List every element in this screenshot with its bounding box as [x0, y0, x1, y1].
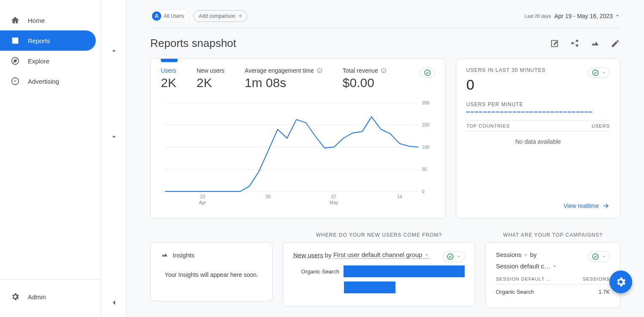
svg-text:23: 23 [200, 194, 205, 199]
main-content: A All Users Add comparison + Last 28 day… [127, 0, 644, 317]
insights-icon[interactable] [590, 38, 600, 49]
users-head: USERS [592, 123, 610, 128]
bar-row [293, 281, 465, 293]
sparkline-chart [466, 112, 610, 113]
channels-card: New users by First user default channel … [283, 242, 475, 306]
collapse-section-1-icon[interactable] [110, 46, 118, 56]
overview-card: Users 2K New users 2K Average engagement… [150, 58, 446, 219]
table-row: Organic Search 1.7K [496, 284, 610, 299]
svg-text:0: 0 [422, 189, 424, 194]
svg-text:200: 200 [422, 100, 429, 105]
chevron-down-icon [523, 252, 528, 257]
check-circle-icon [592, 253, 599, 260]
collapse-panel-icon[interactable] [109, 298, 119, 309]
bar-value [344, 281, 395, 293]
bar-value [344, 265, 465, 277]
campaign-head-right: SESSIONS [583, 276, 610, 281]
campaign-metric-select[interactable]: Sessions [496, 251, 528, 258]
chevron-down-icon [602, 69, 606, 76]
status-pill[interactable] [588, 251, 610, 262]
channel-metric[interactable]: New users [293, 251, 323, 259]
bar-row: Organic Search [293, 265, 465, 277]
status-pill[interactable] [443, 251, 465, 262]
active-metric-indicator [161, 59, 178, 62]
metric-engagement-time[interactable]: Average engagement time 1m 08s [245, 67, 322, 90]
svg-point-17 [593, 70, 598, 76]
secondary-nav-panel [101, 0, 127, 317]
explore-icon [10, 56, 20, 66]
edit-icon[interactable] [610, 38, 620, 49]
sidebar-item-reports[interactable]: Reports [0, 30, 96, 51]
sidebar-item-label: Advertising [28, 78, 59, 85]
sparkle-line-icon [161, 251, 168, 259]
insights-message: Your Insights will appear here soon. [161, 271, 262, 278]
overview-line-chart: 05010015020023Apr3007May14 [161, 98, 435, 208]
check-circle-icon [446, 253, 454, 260]
date-range-picker[interactable]: Apr 19 - May 16, 2023 [554, 13, 620, 20]
view-realtime-link[interactable]: View realtime [466, 202, 610, 210]
date-range-value: Apr 19 - May 16, 2023 [554, 13, 613, 19]
check-circle-icon [424, 69, 431, 77]
row-value: 1.7K [598, 289, 610, 295]
svg-text:150: 150 [422, 122, 429, 127]
metric-value: 2K [161, 76, 176, 90]
sidebar-item-label: Reports [28, 37, 50, 44]
gear-icon [10, 292, 20, 302]
metric-label: Users [161, 67, 176, 74]
metric-label: Total revenue [343, 67, 387, 74]
svg-point-19 [593, 254, 598, 260]
svg-text:100: 100 [422, 145, 429, 150]
assist-fab[interactable] [609, 271, 632, 293]
metric-label: New users [197, 67, 225, 74]
realtime-count: 0 [466, 77, 610, 93]
bar-label: Organic Search [293, 268, 339, 275]
chevron-down-icon [552, 264, 557, 269]
chevron-down-icon [424, 252, 429, 257]
sidebar-item-label: Admin [28, 293, 46, 301]
row-label: Organic Search [496, 289, 534, 295]
svg-text:30: 30 [266, 194, 271, 199]
reports-icon [10, 36, 20, 46]
metric-value: 2K [197, 76, 225, 90]
gear-sparkle-icon [615, 276, 627, 288]
campaigns-section-title: WHAT ARE YOUR TOP CAMPAIGNS? [485, 232, 620, 238]
audience-badge-icon: A [152, 11, 161, 21]
channels-section-title: WHERE DO YOUR NEW USERS COME FROM? [283, 232, 475, 238]
audience-pill[interactable]: A All Users [150, 10, 189, 22]
sidebar-item-advertising[interactable]: Advertising [0, 71, 96, 91]
add-comparison-button[interactable]: Add comparison + [193, 10, 247, 22]
sidebar-item-admin[interactable]: Admin [0, 287, 96, 307]
metric-users[interactable]: Users 2K [161, 67, 176, 90]
sidebar: Home Reports Explore Advertising [0, 0, 101, 317]
svg-point-18 [447, 254, 453, 260]
status-pill[interactable] [420, 67, 435, 78]
campaigns-card: Sessions by Session default c… [485, 242, 620, 308]
top-countries-head: TOP COUNTRIES [466, 123, 510, 128]
sidebar-item-home[interactable]: Home [0, 10, 96, 30]
info-icon [317, 68, 322, 74]
campaign-dimension-select[interactable]: Session default c… [496, 262, 557, 270]
status-pill[interactable] [588, 67, 610, 78]
insights-card: Insights Your Insights will appear here … [150, 242, 273, 301]
metric-total-revenue[interactable]: Total revenue $0.00 [343, 67, 387, 90]
metric-new-users[interactable]: New users 2K [197, 67, 225, 90]
add-comparison-label: Add comparison [199, 13, 235, 19]
date-preset-label: Last 28 days [525, 14, 551, 19]
channel-dimension-select[interactable]: First user default channel group [333, 251, 429, 259]
svg-text:07: 07 [331, 194, 336, 199]
metric-label: Average engagement time [245, 67, 322, 74]
no-data-label: No data available [466, 131, 610, 152]
dim-prefix: by [530, 251, 537, 258]
sidebar-item-explore[interactable]: Explore [0, 51, 96, 71]
campaign-head-left: SESSION DEFAULT … [496, 276, 552, 281]
info-icon [381, 68, 387, 74]
svg-text:50: 50 [422, 167, 427, 172]
svg-text:May: May [330, 200, 338, 205]
chevron-down-icon [602, 253, 606, 260]
check-circle-icon [592, 69, 599, 77]
customize-report-icon[interactable] [549, 38, 560, 49]
insights-title: Insights [173, 251, 195, 259]
collapse-section-2-icon[interactable] [110, 132, 118, 142]
share-icon[interactable] [570, 38, 580, 49]
home-icon [10, 15, 20, 25]
